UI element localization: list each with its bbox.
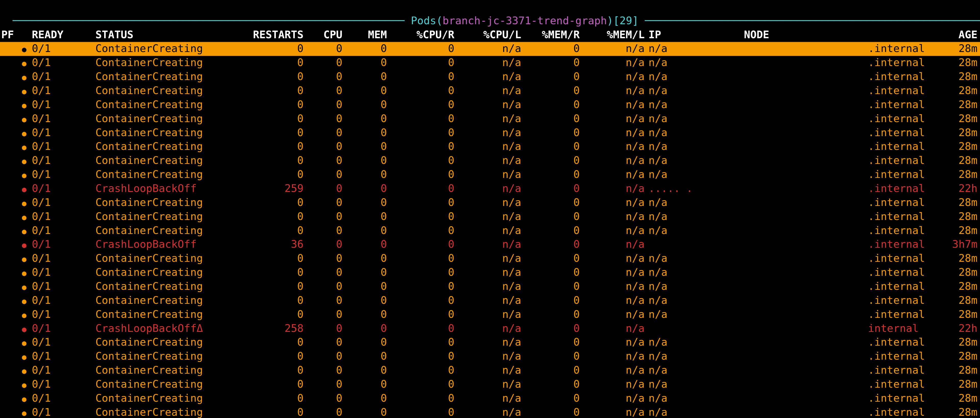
cell-node: .internal bbox=[868, 70, 930, 84]
cell-meml: n/a bbox=[580, 112, 645, 126]
cell-ready: 0/1 bbox=[32, 391, 95, 405]
cell-ip: ..... . bbox=[645, 182, 744, 196]
table-row[interactable]: ●0/1ContainerCreating0000n/a0n/an/a.inte… bbox=[0, 84, 980, 98]
table-row[interactable]: ●0/1ContainerCreating0000n/a0n/an/a.inte… bbox=[0, 140, 980, 154]
table-row[interactable]: ●0/1ContainerCreating0000n/a0n/an/a.inte… bbox=[0, 280, 980, 294]
cell-node: .internal bbox=[868, 154, 930, 168]
cell-restarts: 0 bbox=[247, 391, 304, 405]
cell-age: 28m bbox=[930, 294, 980, 308]
cell-restarts: 0 bbox=[247, 336, 304, 350]
cell-node: .internal bbox=[868, 308, 930, 321]
cell-age: 22h bbox=[930, 321, 980, 336]
cell-cpu: 0 bbox=[304, 42, 342, 56]
cell-node: .internal bbox=[868, 294, 930, 308]
cell-cpu: 0 bbox=[304, 405, 342, 418]
cell-age: 3h7m bbox=[930, 238, 980, 252]
cell-status: ContainerCreating bbox=[95, 223, 247, 238]
table-row[interactable]: ●0/1ContainerCreating0000n/a0n/an/a.inte… bbox=[0, 405, 980, 418]
cell-meml: n/a bbox=[580, 363, 645, 377]
cell-cpu: 0 bbox=[304, 308, 342, 321]
table-row[interactable]: ●0/1ContainerCreating0000n/a0n/an/a.inte… bbox=[0, 42, 980, 56]
cell-node: .internal bbox=[868, 84, 930, 98]
cell-meml: n/a bbox=[580, 98, 645, 112]
cell-cpul: n/a bbox=[454, 363, 521, 377]
cell-ready: 0/1 bbox=[32, 56, 95, 70]
cell-memr: 0 bbox=[521, 308, 579, 321]
cell-memr: 0 bbox=[521, 84, 579, 98]
cell-cpul: n/a bbox=[454, 266, 521, 280]
cell-cpur: 0 bbox=[387, 266, 454, 280]
cell-restarts: 0 bbox=[247, 56, 304, 70]
cell-node: .internal bbox=[868, 126, 930, 140]
table-row[interactable]: ●0/1ContainerCreating0000n/a0n/an/a.inte… bbox=[0, 196, 980, 210]
cell-status: ContainerCreating bbox=[95, 350, 247, 363]
table-row[interactable]: ●0/1ContainerCreating0000n/a0n/an/a.inte… bbox=[0, 363, 980, 377]
cell-mem: 0 bbox=[342, 140, 387, 154]
cell-ip: n/a bbox=[645, 154, 744, 168]
table-row[interactable]: ●0/1ContainerCreating0000n/a0n/an/a.inte… bbox=[0, 56, 980, 70]
cell-memr: 0 bbox=[521, 377, 579, 391]
table-row[interactable]: ●0/1CrashLoopBackOffΔ258000n/a0n/aintern… bbox=[0, 321, 980, 336]
table-row[interactable]: ●0/1ContainerCreating0000n/a0n/an/a.inte… bbox=[0, 112, 980, 126]
table-row[interactable]: ●0/1ContainerCreating0000n/a0n/an/a.inte… bbox=[0, 98, 980, 112]
cell-restarts: 259 bbox=[247, 182, 304, 196]
cell-cpur: 0 bbox=[387, 321, 454, 336]
cell-ip: n/a bbox=[645, 252, 744, 266]
table-row[interactable]: ●0/1ContainerCreating0000n/a0n/an/a.inte… bbox=[0, 336, 980, 350]
cell-status: ContainerCreating bbox=[95, 363, 247, 377]
table-row[interactable]: ●0/1ContainerCreating0000n/a0n/an/a.inte… bbox=[0, 154, 980, 168]
cell-cpu: 0 bbox=[304, 210, 342, 224]
cell-memr: 0 bbox=[521, 280, 579, 294]
cell-status: ContainerCreating bbox=[95, 70, 247, 84]
col-cpul: %CPU/L bbox=[454, 28, 521, 42]
cell-meml: n/a bbox=[580, 350, 645, 363]
cell-ip: n/a bbox=[645, 42, 744, 56]
table-row[interactable]: ●0/1ContainerCreating0000n/a0n/an/a.inte… bbox=[0, 252, 980, 266]
table-row[interactable]: ●0/1ContainerCreating0000n/a0n/an/a.inte… bbox=[0, 266, 980, 280]
table-row[interactable]: ●0/1ContainerCreating0000n/a0n/an/a.inte… bbox=[0, 70, 980, 84]
table-row[interactable]: ●0/1ContainerCreating0000n/a0n/an/a.inte… bbox=[0, 377, 980, 391]
table-row[interactable]: ●0/1ContainerCreating0000n/a0n/an/a.inte… bbox=[0, 391, 980, 405]
table-row[interactable]: ●0/1ContainerCreating0000n/a0n/an/a.inte… bbox=[0, 223, 980, 238]
cell-status: ContainerCreating bbox=[95, 42, 247, 56]
cell-cpu: 0 bbox=[304, 98, 342, 112]
cell-ready: 0/1 bbox=[32, 126, 95, 140]
table-row[interactable]: ●0/1ContainerCreating0000n/a0n/an/a.inte… bbox=[0, 210, 980, 224]
table-row[interactable]: ●0/1ContainerCreating0000n/a0n/an/a.inte… bbox=[0, 126, 980, 140]
cell-age: 28m bbox=[930, 42, 980, 56]
cell-status: ContainerCreating bbox=[95, 168, 247, 182]
cell-node: .internal bbox=[868, 391, 930, 405]
status-dot-icon: ● bbox=[17, 98, 32, 112]
cell-ip: n/a bbox=[645, 56, 744, 70]
cell-age: 28m bbox=[930, 377, 980, 391]
cell-ip: n/a bbox=[645, 112, 744, 126]
cell-cpul: n/a bbox=[454, 154, 521, 168]
cell-mem: 0 bbox=[342, 70, 387, 84]
cell-cpul: n/a bbox=[454, 126, 521, 140]
cell-age: 28m bbox=[930, 126, 980, 140]
table-row[interactable]: ●0/1ContainerCreating0000n/a0n/an/a.inte… bbox=[0, 308, 980, 321]
table-row[interactable]: ●0/1CrashLoopBackOff259000n/a0n/a..... .… bbox=[0, 182, 980, 196]
cell-status: ContainerCreating bbox=[95, 154, 247, 168]
cell-mem: 0 bbox=[342, 182, 387, 196]
cell-ip: n/a bbox=[645, 405, 744, 418]
table-body[interactable]: ●0/1ContainerCreating0000n/a0n/an/a.inte… bbox=[0, 42, 980, 418]
cell-node: .internal bbox=[868, 280, 930, 294]
table-row[interactable]: ●0/1ContainerCreating0000n/a0n/an/a.inte… bbox=[0, 168, 980, 182]
cell-cpur: 0 bbox=[387, 308, 454, 321]
cell-mem: 0 bbox=[342, 294, 387, 308]
cell-restarts: 0 bbox=[247, 196, 304, 210]
table-row[interactable]: ●0/1CrashLoopBackOff36000n/a0n/a.interna… bbox=[0, 238, 980, 252]
cell-ip: n/a bbox=[645, 336, 744, 350]
cell-node: .internal bbox=[868, 266, 930, 280]
cell-restarts: 258 bbox=[247, 321, 304, 336]
cell-restarts: 0 bbox=[247, 223, 304, 238]
cell-restarts: 0 bbox=[247, 363, 304, 377]
cell-cpur: 0 bbox=[387, 70, 454, 84]
cell-mem: 0 bbox=[342, 42, 387, 56]
col-mem: MEM bbox=[342, 28, 387, 42]
cell-status: CrashLoopBackOff bbox=[95, 238, 247, 252]
table-row[interactable]: ●0/1ContainerCreating0000n/a0n/an/a.inte… bbox=[0, 350, 980, 363]
cell-status: CrashLoopBackOff bbox=[95, 182, 247, 196]
table-row[interactable]: ●0/1ContainerCreating0000n/a0n/an/a.inte… bbox=[0, 294, 980, 308]
